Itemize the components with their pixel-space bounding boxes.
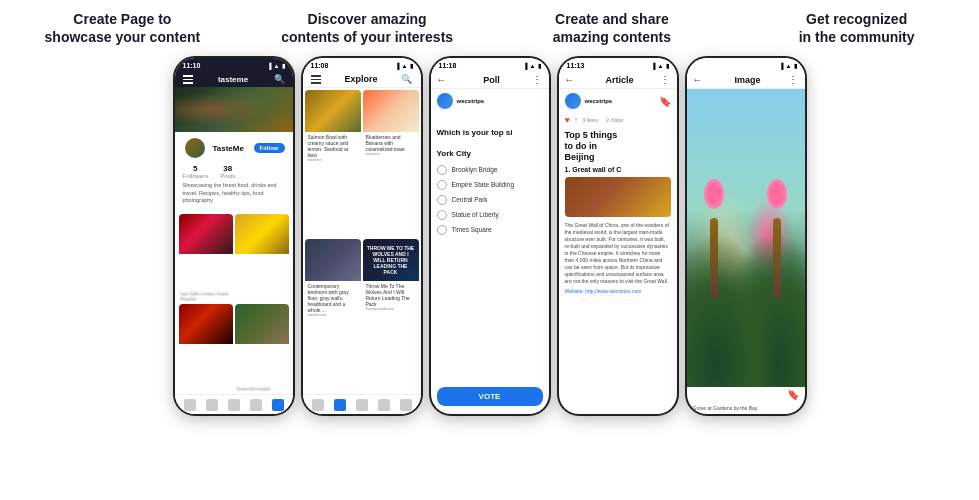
signal-icon-3: ▐ xyxy=(523,63,527,69)
poll-option-3[interactable]: Central Park xyxy=(437,195,543,205)
phone-explore-wrapper: 11:08 ▐ ▲ ▮ Explore 🔍 xyxy=(301,56,423,416)
status-time-1: 11:10 xyxy=(183,62,201,69)
garden-tree-canopy-right xyxy=(767,179,787,209)
poll-option-4[interactable]: Statue of Liberty xyxy=(437,210,543,220)
photo-item-1: Lato Caffe, London, United Kingdom xyxy=(179,214,233,302)
poll-option-text-1: Brooklyn Bridge xyxy=(452,166,498,173)
battery-icon: ▮ xyxy=(282,62,285,69)
phone-article: 11:13 ▐ ▲ ▮ ← Article ⋮ wecstrips 🔖 xyxy=(557,56,679,416)
garden-back-button[interactable]: ← xyxy=(693,74,703,85)
bell-nav-icon[interactable] xyxy=(250,399,262,411)
poll-radio-5[interactable] xyxy=(437,225,447,235)
explore-grid: Salmon Bowl with creamy sauce and lemon.… xyxy=(303,88,421,394)
article-actions: ♥ ↑ 3 likes 2 claps xyxy=(559,113,677,127)
signal-icon: ▐ xyxy=(267,63,271,69)
edit-nav-icon[interactable] xyxy=(206,399,218,411)
status-bar-2: 11:08 ▐ ▲ ▮ xyxy=(303,58,421,71)
bottom-nav-1 xyxy=(175,394,293,414)
article-top-bar: ← Article ⋮ xyxy=(559,71,677,89)
explore-overlay-text: THROW ME TO THE WOLVES AND I WILL RETURN… xyxy=(363,241,419,279)
article-bookmark-icon[interactable]: 🔖 xyxy=(659,96,671,107)
status-bar-4: 11:13 ▐ ▲ ▮ xyxy=(559,58,677,71)
stat-posts: 38 Posts xyxy=(220,164,235,179)
k-nav-icon[interactable] xyxy=(272,399,284,411)
status-time-4: 11:13 xyxy=(567,62,585,69)
status-bar-3: 11:18 ▐ ▲ ▮ xyxy=(431,58,549,71)
signal-icon-5: ▐ xyxy=(779,63,783,69)
explore-img-3 xyxy=(305,239,361,281)
article-username: wecstrips xyxy=(585,98,613,104)
search-icon-1[interactable]: 🔍 xyxy=(274,74,285,84)
search-nav-icon[interactable] xyxy=(228,399,240,411)
vote-button[interactable]: VOTE xyxy=(437,387,543,406)
explore-item-1[interactable]: Salmon Bowl with creamy sauce and lemon.… xyxy=(305,90,361,237)
website-label: Website: xyxy=(565,288,584,294)
explore-item-2[interactable]: Blueberries and Banana with caramelized … xyxy=(363,90,419,237)
garden-tree-canopy-left xyxy=(704,179,724,209)
explore-search-icon[interactable]: 🔍 xyxy=(401,74,412,84)
poll-avatar xyxy=(437,93,453,109)
poll-radio-1[interactable] xyxy=(437,165,447,175)
explore-nav-icon-2[interactable] xyxy=(334,399,346,411)
wifi-icon-2: ▲ xyxy=(402,63,408,69)
photo-food-2-bg xyxy=(235,214,289,254)
explore-caption-3: Contemporary bedroom with gray floor, gr… xyxy=(305,281,361,320)
status-icons-4: ▐ ▲ ▮ xyxy=(651,62,668,69)
k-nav-icon-2[interactable] xyxy=(400,399,412,411)
photo-caption-1: Lato Caffe, London, United Kingdom xyxy=(181,290,233,300)
photo-food-1-bg xyxy=(179,214,233,254)
header-cell-4: Get recognized in the community xyxy=(734,10,979,46)
explore-item-3[interactable]: Contemporary bedroom with gray floor, gr… xyxy=(305,239,361,392)
header-row: Create Page to showcase your content Dis… xyxy=(0,0,979,52)
explore-hamburger-icon[interactable] xyxy=(311,75,321,84)
poll-radio-2[interactable] xyxy=(437,180,447,190)
header-cell-1: Create Page to showcase your content xyxy=(0,10,245,46)
heart-icon[interactable]: ♥ xyxy=(565,115,570,125)
search-nav-icon-2[interactable] xyxy=(356,399,368,411)
posts-count: 38 xyxy=(223,164,232,173)
bell-nav-icon-2[interactable] xyxy=(378,399,390,411)
status-icons-1: ▐ ▲ ▮ xyxy=(267,62,284,69)
home-nav-icon-2[interactable] xyxy=(312,399,324,411)
explore-cap-text-3: Contemporary bedroom with gray floor, gr… xyxy=(308,283,358,313)
explore-item-4[interactable]: THROW ME TO THE WOLVES AND I WILL RETURN… xyxy=(363,239,419,392)
garden-dots-menu[interactable]: ⋮ xyxy=(788,74,798,85)
app-name-1: tasteme xyxy=(218,75,248,84)
article-back-button[interactable]: ← xyxy=(565,74,575,85)
phone-garden: ▐ ▲ ▮ ← Image ⋮ xyxy=(685,56,807,416)
status-icons-5: ▐ ▲ ▮ xyxy=(779,62,796,69)
poll-back-button[interactable]: ← xyxy=(437,74,447,85)
share-icon[interactable]: ↑ xyxy=(574,115,579,125)
poll-dots-menu[interactable]: ⋮ xyxy=(532,74,542,85)
claps-count: 2 claps xyxy=(606,117,623,123)
phone-poll-wrapper: 11:18 ▐ ▲ ▮ ← Poll ⋮ wecstrips xyxy=(429,56,551,416)
phone-profile-wrapper: 11:10 ▐ ▲ ▮ tasteme 🔍 xyxy=(173,56,295,416)
status-time-3: 11:18 xyxy=(439,62,457,69)
follow-button[interactable]: Follow xyxy=(254,143,285,153)
article-dots-menu[interactable]: ⋮ xyxy=(660,74,670,85)
home-nav-icon[interactable] xyxy=(184,399,196,411)
phone-article-wrapper: 11:13 ▐ ▲ ▮ ← Article ⋮ wecstrips 🔖 xyxy=(557,56,679,416)
article-image xyxy=(565,177,671,217)
garden-tree-right xyxy=(773,218,781,298)
explore-title: Explore xyxy=(344,74,377,84)
phone-garden-wrapper: ▐ ▲ ▮ ← Image ⋮ xyxy=(685,56,807,416)
hamburger-icon[interactable] xyxy=(183,75,193,84)
poll-radio-3[interactable] xyxy=(437,195,447,205)
article-user-row: wecstrips 🔖 xyxy=(559,89,677,113)
poll-radio-4[interactable] xyxy=(437,210,447,220)
wifi-icon: ▲ xyxy=(274,63,280,69)
garden-top-bar: ← Image ⋮ xyxy=(687,71,805,89)
profile-top: TasteMe Follow xyxy=(183,136,285,160)
battery-icon-3: ▮ xyxy=(538,62,541,69)
explore-sub-2: tasteme xyxy=(366,152,416,157)
poll-option-1[interactable]: Brooklyn Bridge xyxy=(437,165,543,175)
status-bar-5: ▐ ▲ ▮ xyxy=(687,58,805,71)
website-url[interactable]: http://www.wecstrips.com xyxy=(585,288,641,294)
battery-icon-2: ▮ xyxy=(410,62,413,69)
garden-bookmark-icon[interactable]: 🔖 xyxy=(787,389,799,400)
photo-item-3 xyxy=(179,304,233,392)
article-title-bar: Article xyxy=(605,75,633,85)
poll-option-5[interactable]: Times Square xyxy=(437,225,543,235)
poll-option-2[interactable]: Empire State Building xyxy=(437,180,543,190)
